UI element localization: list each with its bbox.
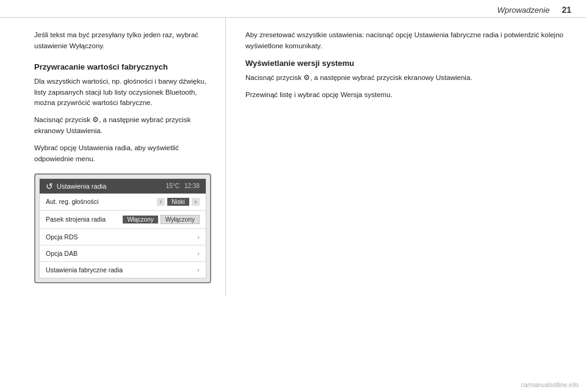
- section-heading-version: Wyświetlanie wersji systemu: [245, 58, 571, 69]
- value-badge: Niski: [167, 198, 189, 206]
- main-content: Jeśli tekst ma być przesyłany tylko jede…: [0, 18, 586, 296]
- screen-time: 12:38: [184, 183, 200, 189]
- menu-item-5[interactable]: Ustawienia fabryczne radia ›: [40, 262, 206, 278]
- chapter-title: Wprowadzenie: [497, 5, 549, 15]
- menu-item-5-label: Ustawienia fabryczne radia: [46, 266, 123, 274]
- menu-item-2-label: Pasek strojenia radia: [46, 216, 106, 223]
- body-text-2: Nacisnąć przycisk ⚙, a następnie wybrać …: [34, 115, 211, 137]
- chevron-right-icon-4: ›: [197, 250, 200, 257]
- menu-item-1-label: Aut. reg. głośności: [46, 198, 98, 205]
- toggle-off-btn[interactable]: Wyłączony: [161, 215, 200, 224]
- menu-item-4[interactable]: Opcja DAB ›: [40, 245, 206, 262]
- back-icon: ↺: [46, 181, 53, 191]
- menu-item-2-control[interactable]: Włączony Wyłączony: [123, 215, 200, 224]
- chevron-right-icon-3: ›: [197, 233, 200, 241]
- body-text-1: Dla wszystkich wartości, np. głośności i…: [34, 76, 211, 109]
- screen-temp: 15°C: [166, 183, 179, 189]
- arrow-right-btn[interactable]: ›: [192, 198, 200, 206]
- chevron-right-icon-5: ›: [197, 266, 200, 274]
- menu-item-3[interactable]: Opcja RDS ›: [40, 229, 206, 245]
- page-header: Wprowadzenie 21: [0, 0, 586, 18]
- left-column: Jeśli tekst ma być przesyłany tylko jede…: [0, 18, 226, 296]
- page-number: 21: [562, 5, 571, 15]
- toggle-on-btn[interactable]: Włączony: [123, 216, 157, 223]
- right-body-text-2: Nacisnąć przycisk ⚙, a następnie wybrać …: [245, 73, 571, 84]
- intro-text: Jeśli tekst ma być przesyłany tylko jede…: [34, 30, 211, 52]
- header-right: Wprowadzenie 21: [497, 5, 571, 15]
- footer-watermark: carmanualsotline.info: [521, 382, 579, 388]
- screen-topbar-left: ↺ Ustawienia radia: [46, 181, 106, 191]
- screen-inner: ↺ Ustawienia radia 15°C 12:38 Aut. reg. …: [39, 178, 206, 278]
- right-body-text-3: Przewinąć listę i wybrać opcję Wersja sy…: [245, 90, 571, 101]
- section-heading-factory: Przywracanie wartości fabrycznych: [34, 62, 211, 73]
- body-text-3: Wybrać opcję Ustawienia radia, aby wyświ…: [34, 143, 211, 165]
- right-body-text-1: Aby zresetować wszystkie ustawienia: nac…: [245, 30, 571, 52]
- right-column: Aby zresetować wszystkie ustawienia: nac…: [226, 18, 586, 296]
- screen-topbar: ↺ Ustawienia radia 15°C 12:38: [40, 179, 206, 194]
- screen-topbar-right: 15°C 12:38: [166, 183, 200, 189]
- screen-title: Ustawienia radia: [57, 183, 106, 190]
- menu-item-2: Pasek strojenia radia Włączony Wyłączony: [40, 211, 206, 229]
- arrow-left-btn[interactable]: ‹: [157, 198, 165, 206]
- menu-item-3-label: Opcja RDS: [46, 233, 78, 241]
- menu-item-1: Aut. reg. głośności ‹ Niski ›: [40, 194, 206, 211]
- menu-item-1-control[interactable]: ‹ Niski ›: [157, 198, 200, 206]
- screen-mockup: ↺ Ustawienia radia 15°C 12:38 Aut. reg. …: [34, 173, 211, 283]
- menu-item-4-label: Opcja DAB: [46, 250, 78, 257]
